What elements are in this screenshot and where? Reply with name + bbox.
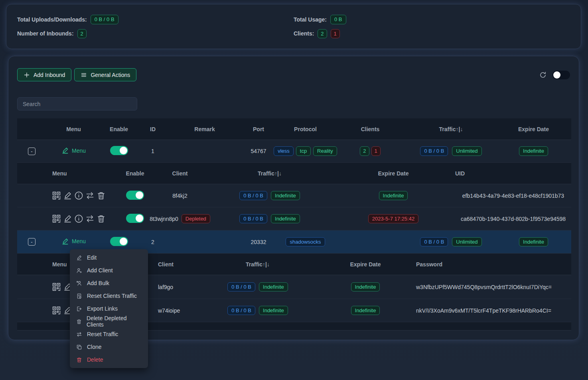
refresh-button[interactable] [539,71,547,79]
total-usage-badge: 0 B [330,15,346,24]
collapse-inbound-1-button[interactable]: - [28,148,36,155]
network-badge: tcp [296,146,311,156]
inbound-menu-label: Menu [72,238,86,244]
sub-header-client: Client [152,170,208,177]
refresh-icon [539,71,547,79]
client-menu-icons [46,191,118,200]
header-enable: Enable [101,126,137,132]
traffic-badge: 0 B / 0 B [420,237,448,247]
client-uid: ca68470b-1940-437d-802b-1f9573e94598 [455,216,571,222]
qrcode-icon-button[interactable] [52,191,61,200]
traffic-badge: 0 B / 0 B [420,146,448,156]
sub-header-traffic-sort[interactable]: Traffic↑|↓ [208,170,331,177]
edit-client-icon-button[interactable] [63,191,72,200]
number-of-inbounds-stat: Number of Inbounds: 2 [17,29,294,39]
inbound-2-enable-toggle[interactable] [110,237,128,246]
header-expire-date: Expire Date [496,126,571,132]
menu-item-delete-depleted-clients[interactable]: Delete Depleted Clients [70,315,148,328]
trash-icon [76,319,82,325]
general-actions-button[interactable]: General Actions [74,68,136,81]
client-menu-icons [46,214,118,223]
protocol-badge: shadowsocks [286,237,325,247]
menu-item-clone[interactable]: Clone [70,341,148,353]
qrcode-icon-button[interactable] [52,282,61,291]
client-traffic-limit-badge: Indefinite [259,282,288,292]
collapse-inbound-2-button[interactable]: - [28,238,36,246]
client-traffic-badge: 0 B / 0 B [239,214,267,224]
client-name: laf9go [148,284,200,290]
sub-header-traffic-sort[interactable]: Traffic↑|↓ [200,261,316,268]
client-name: 8f4kj2 [152,193,208,199]
header-protocol: Protocol [276,126,334,132]
export-icon [76,306,82,312]
edit-pencil-icon [76,255,82,261]
inbound-context-menu: Edit Add Client Add Bulk Reset Clients T… [70,249,148,368]
inbound-row-1: - Menu 1 54767 vless tcp Reality 2 1 0 B… [17,140,571,163]
clients-depleted-badge: 1 [331,29,340,39]
inbound-1-enable-toggle[interactable] [110,146,128,155]
delete-client-icon-button[interactable] [97,214,106,223]
client-password: nkV/I/3XoAm9v6xMT/T5lcrF4TpeTKF98rHARbRo… [415,307,571,314]
toggle-switch[interactable] [552,71,570,79]
file-reset-icon [76,293,82,299]
clients-active-badge: 2 [318,29,327,39]
reset-client-traffic-icon-button[interactable] [85,214,95,223]
client-row-8t3wjnn8p0: 8t3wjnn8p0 Depleted 0 B / 0 B Indefinite… [17,207,571,230]
inbound-2-id: 2 [137,239,169,245]
inbound-1-port: 54767 [241,148,276,154]
inbound-2-menu-button[interactable]: Menu [61,238,86,245]
menu-bars-icon [81,72,87,78]
header-clients: Clients [334,126,406,132]
client-traffic-badge: 0 B / 0 B [227,282,255,292]
delete-client-icon-button[interactable] [97,191,106,200]
inbound-1-id: 1 [137,148,169,154]
inbound-2-port: 20332 [241,239,276,245]
clients-depleted-count-badge: 1 [371,146,381,156]
menu-item-edit[interactable]: Edit [70,251,148,264]
swap-arrows-icon [76,331,82,337]
sub-header-expire: Expire Date [331,170,455,177]
edit-pencil-icon [61,238,69,245]
copy-icon [76,344,82,350]
edit-pencil-icon [61,147,69,154]
menu-item-add-bulk[interactable]: Add Bulk [70,277,148,289]
menu-item-delete[interactable]: Delete [70,353,148,366]
client-uid: efb14b43-4a79-4e83-ef18-e48cf1901b73 [455,193,571,199]
clients-label: Clients: [294,30,314,37]
client-traffic-limit-badge: Indefinite [259,306,288,315]
header-port: Port [241,126,276,132]
header-traffic-sort[interactable]: Traffic↑|↓ [406,126,496,132]
qrcode-icon-button[interactable] [52,214,61,223]
number-of-inbounds-label: Number of Inbounds: [17,30,74,37]
traffic-limit-badge: Unlimited [452,146,481,156]
general-actions-label: General Actions [91,72,130,78]
traffic-limit-badge: Unlimited [452,237,481,247]
search-input[interactable] [17,97,137,110]
menu-item-reset-traffic[interactable]: Reset Traffic [70,328,148,341]
client-expire-badge: Indefinite [379,191,408,201]
sub-header-client: Client [148,261,200,268]
client-expire-badge: Indefinite [351,282,380,292]
client-enable-toggle[interactable] [126,214,144,223]
menu-item-reset-clients-traffic[interactable]: Reset Clients Traffic [70,289,148,302]
client-traffic-limit-badge: Indefinite [271,191,300,201]
sub-header-password: Password [415,261,571,268]
client-password: w3NfbzUPf5WWd745Q8pvsmQrdrttT2lO6knuI7Di… [415,284,571,290]
edit-client-icon-button[interactable] [63,214,72,223]
total-usage-stat: Total Usage: 0 B [294,15,570,24]
client-info-icon-button[interactable] [74,214,83,223]
client-info-icon-button[interactable] [74,191,83,200]
add-inbound-button[interactable]: Add Inbound [17,68,71,81]
client-enable-toggle[interactable] [126,191,144,200]
user-plus-icon [76,268,82,274]
qrcode-icon-button[interactable] [52,306,61,315]
total-uploads-downloads-stat: Total Uploads/Downloads: 0 B / 0 B [17,15,294,24]
menu-item-export-links[interactable]: Export Links [70,302,148,315]
client-expire-badge: 2023-5-7 17:25:42 [368,214,418,224]
inbound-1-menu-button[interactable]: Menu [61,147,86,154]
user-bulk-icon [76,280,82,286]
reset-client-traffic-icon-button[interactable] [85,191,95,200]
client-traffic-badge: 0 B / 0 B [239,191,267,201]
plus-icon [24,72,30,78]
menu-item-add-client[interactable]: Add Client [70,264,148,277]
